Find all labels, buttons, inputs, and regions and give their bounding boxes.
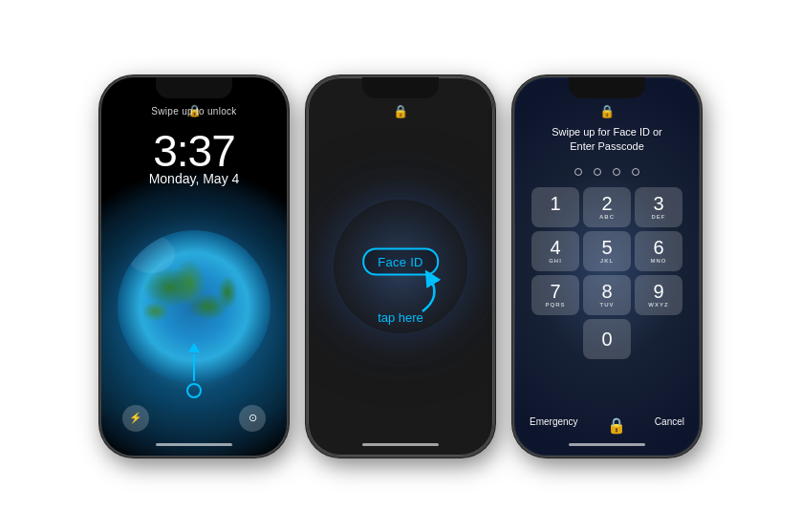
cancel-button[interactable]: Cancel (655, 416, 684, 435)
key-2-sub: ABC (599, 214, 615, 220)
key-3[interactable]: 3 DEF (635, 187, 682, 227)
key-2[interactable]: 2 ABC (583, 187, 631, 227)
dot-1 (574, 168, 582, 176)
home-indicator-3 (569, 443, 645, 446)
key-5[interactable]: 5 JKL (583, 231, 631, 271)
key-6-main: 6 (653, 238, 663, 257)
home-indicator-1 (156, 443, 232, 446)
swipe-arrow (186, 343, 202, 398)
key-9-main: 9 (653, 282, 663, 301)
phone-3-wrapper: 🔒 Swipe up for Face ID or Enter Passcode… (512, 75, 702, 458)
dot-4 (632, 168, 639, 176)
key-5-main: 5 (601, 238, 612, 257)
key-1[interactable]: 1 (531, 187, 579, 227)
arrow-circle (186, 383, 202, 398)
passcode-bottom-bar: Emergency 🔒 Cancel (514, 416, 700, 435)
key-3-sub: DEF (652, 214, 666, 220)
passcode-title: Swipe up for Face ID or Enter Passcode (514, 125, 700, 156)
key-7-sub: PQRS (545, 302, 565, 308)
key-9-sub: WXYZ (648, 302, 668, 308)
key-9[interactable]: 9 WXYZ (635, 275, 682, 315)
dot-2 (594, 168, 601, 176)
phone-1: 🔒 Swipe up to unlock 3:37 Monday, May 4 … (99, 75, 289, 458)
phone-2: 🔒 Face ID tap here (306, 75, 495, 458)
swipe-to-unlock-text: Swipe up to unlock (101, 106, 287, 117)
lock-icon-phone2: 🔒 (393, 104, 408, 118)
bottom-icons: ⚡ ⊙ (101, 405, 287, 432)
faceid-button[interactable]: Face ID (362, 247, 439, 275)
key-4-main: 4 (550, 238, 560, 257)
key-8-main: 8 (601, 282, 612, 301)
arrow-up-icon (188, 343, 200, 352)
key-4-sub: GHI (549, 258, 562, 264)
key-7[interactable]: 7 PQRS (531, 275, 579, 315)
phone-2-wrapper: 🔒 Face ID tap here (306, 75, 495, 458)
lock-icon-phone3: 🔒 (599, 104, 615, 118)
arrow-line (193, 354, 195, 381)
key-0[interactable]: 0 (583, 319, 631, 359)
flashlight-icon[interactable]: ⚡ (122, 405, 149, 432)
notch-1 (156, 77, 232, 98)
key-6-sub: MNO (651, 258, 667, 264)
phone-3: 🔒 Swipe up for Face ID or Enter Passcode… (512, 75, 702, 458)
key-8-sub: TUV (600, 302, 615, 308)
notch-3 (569, 77, 645, 98)
key-2-main: 2 (601, 194, 612, 213)
notch-2 (362, 77, 439, 98)
key-7-main: 7 (550, 282, 560, 301)
lock-icon-bottom: 🔒 (607, 416, 626, 435)
dot-3 (613, 168, 620, 176)
key-4[interactable]: 4 GHI (531, 231, 579, 271)
passcode-title-line2: Enter Passcode (570, 140, 644, 152)
passcode-dots (514, 168, 700, 176)
camera-icon[interactable]: ⊙ (239, 405, 266, 432)
emergency-button[interactable]: Emergency (530, 416, 578, 435)
tap-here-label: tap here (378, 310, 423, 325)
key-8[interactable]: 8 TUV (583, 275, 631, 315)
key-0-main: 0 (601, 330, 612, 349)
key-3-main: 3 (653, 194, 663, 213)
home-indicator-2 (362, 443, 439, 446)
numpad: 1 2 ABC 3 DEF 4 GHI 5 JKL (531, 187, 682, 359)
phone-1-wrapper: 🔒 Swipe up to unlock 3:37 Monday, May 4 … (99, 75, 289, 458)
key-6[interactable]: 6 MNO (635, 231, 682, 271)
lock-date: Monday, May 4 (101, 171, 287, 186)
passcode-title-line1: Swipe up for Face ID or (552, 126, 662, 138)
key-1-main: 1 (550, 194, 560, 213)
lock-time: 3:37 (101, 125, 287, 177)
key-5-sub: JKL (600, 258, 614, 264)
